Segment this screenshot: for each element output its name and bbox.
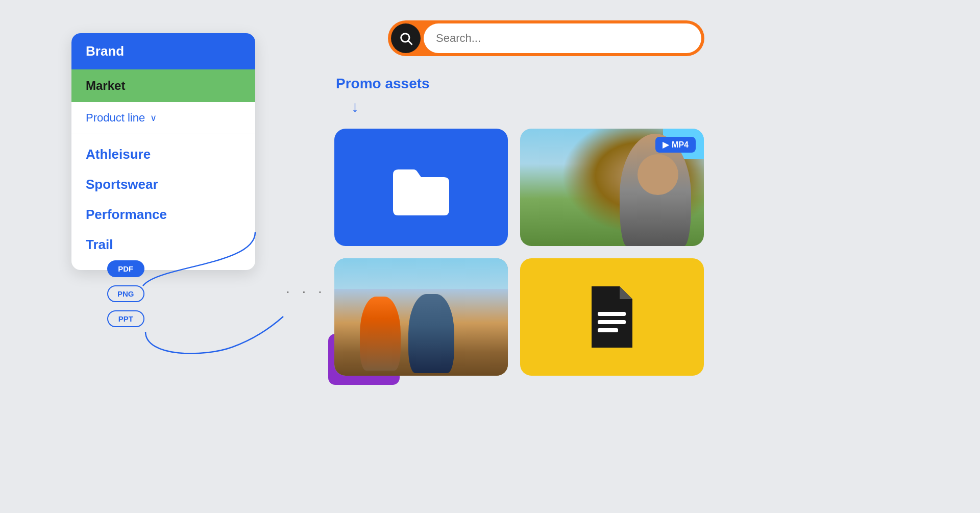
product-line-label: Product line [86,111,145,125]
pdf-badge[interactable]: PDF [107,260,144,277]
list-item[interactable]: Athleisure [71,139,255,169]
video-card[interactable]: ▶ MP4 [520,129,704,246]
dropdown-panel: Brand Market Product line ∨ Athleisure S… [71,33,255,270]
list-item[interactable]: Performance [71,200,255,230]
search-input[interactable] [424,23,701,53]
dropdown-market[interactable]: Market [71,69,255,102]
promo-assets-label: Promo assets [336,76,430,92]
runners-image [334,258,508,376]
dropdown-items-list: Athleisure Sportswear Performance Trail [71,134,255,270]
format-badges: PDF PNG PPT [107,260,144,327]
document-card[interactable] [520,258,704,376]
document-icon [586,286,638,348]
svg-rect-3 [598,320,626,324]
png-badge[interactable]: PNG [107,285,144,302]
dropdown-brand[interactable]: Brand [71,33,255,69]
svg-rect-2 [598,312,626,316]
list-item[interactable]: Sportswear [71,169,255,200]
search-bar [388,20,704,56]
play-icon: ▶ [663,140,669,150]
running-photo-card[interactable] [334,258,508,376]
chevron-down-icon: ∨ [150,112,157,124]
svg-rect-4 [598,328,618,332]
svg-line-1 [408,41,411,44]
running-photo [334,258,508,376]
promo-arrow: ↓ [351,98,359,115]
ppt-badge[interactable]: PPT [107,310,144,327]
market-label: Market [86,79,125,92]
assets-grid: ▶ MP4 [334,129,704,376]
search-icon [391,23,421,53]
list-item[interactable]: Trail [71,230,255,260]
mp4-label: MP4 [672,140,689,150]
search-area [388,20,704,56]
mp4-badge: ▶ MP4 [655,137,696,153]
dots-separator: · · · [286,283,326,300]
dropdown-product-line[interactable]: Product line ∨ [71,102,255,134]
brand-label: Brand [86,43,124,59]
folder-card[interactable] [334,129,508,246]
folder-icon [388,159,454,215]
